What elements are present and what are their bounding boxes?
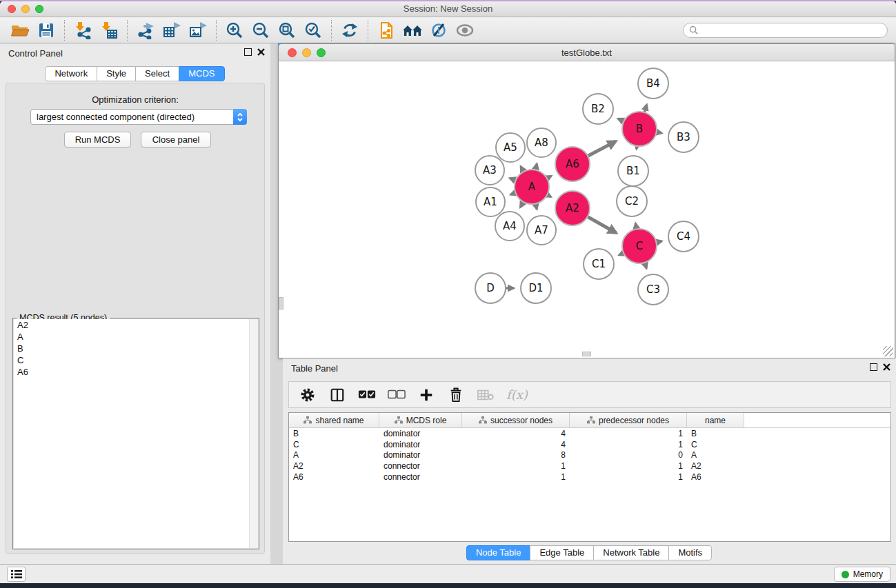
table-row[interactable]: Adominator80A [289, 450, 890, 461]
table-row[interactable]: Cdominator41C [289, 439, 890, 450]
cell-MCDS-role[interactable]: dominator [379, 440, 462, 449]
table-row[interactable]: A2connector11A2 [289, 460, 890, 472]
node-C[interactable]: C [622, 229, 657, 263]
memory-button[interactable]: Memory [834, 567, 890, 582]
zoom-selected-button[interactable] [300, 19, 326, 42]
eye-button[interactable] [452, 19, 478, 42]
zoom-in-button[interactable] [221, 19, 248, 42]
mcds-result-list[interactable]: A2ABCA6 [14, 319, 258, 548]
column-header-successor-nodes[interactable]: successor nodes [462, 413, 570, 427]
refresh-button[interactable] [337, 19, 363, 42]
tab-mcds[interactable]: MCDS [179, 66, 224, 81]
cell-shared-name[interactable]: A [289, 450, 379, 460]
node-B[interactable]: B [622, 112, 657, 146]
export-image-button[interactable] [185, 19, 211, 42]
cell-successor-nodes[interactable]: 1 [462, 472, 570, 482]
node-B4[interactable]: B4 [638, 68, 668, 99]
node-C3[interactable]: C3 [638, 274, 668, 305]
cell-successor-nodes[interactable]: 4 [462, 429, 570, 438]
cell-MCDS-role[interactable]: connector [379, 461, 462, 471]
zoom-fit-button[interactable] [274, 19, 300, 42]
close-panel-button[interactable]: Close panel [141, 132, 211, 148]
delete-row-button[interactable] [447, 386, 465, 404]
canvas-vscroll-thumb[interactable] [279, 297, 283, 310]
canvas-hscroll-thumb[interactable] [582, 352, 591, 356]
node-A8[interactable]: A8 [527, 128, 556, 157]
cell-name[interactable]: B [687, 429, 744, 438]
node-A1[interactable]: A1 [476, 187, 505, 216]
node-B2[interactable]: B2 [583, 94, 613, 124]
cell-name[interactable]: A2 [687, 461, 744, 471]
resize-grip[interactable] [883, 346, 893, 356]
node-A7[interactable]: A7 [527, 216, 556, 245]
cell-shared-name[interactable]: C [289, 440, 379, 449]
close-table-panel-icon[interactable] [883, 363, 890, 371]
result-item[interactable]: B [14, 343, 258, 354]
node-C1[interactable]: C1 [584, 249, 614, 279]
open-file-button[interactable] [7, 19, 33, 42]
column-header-predecessor-nodes[interactable]: predecessor nodes [570, 413, 687, 427]
cell-predecessor-nodes[interactable]: 1 [570, 461, 687, 471]
cell-predecessor-nodes[interactable]: 1 [570, 429, 687, 438]
node-C2[interactable]: C2 [617, 186, 647, 216]
edge-A2-C[interactable] [586, 216, 616, 232]
cell-name[interactable]: A6 [687, 472, 744, 482]
table-tab-node-table[interactable]: Node Table [466, 545, 531, 560]
close-panel-icon[interactable] [257, 48, 265, 56]
table-tab-network-table[interactable]: Network Table [593, 545, 669, 560]
search-input[interactable] [701, 26, 882, 35]
node-B1[interactable]: B1 [618, 156, 648, 186]
cell-shared-name[interactable]: A6 [289, 472, 379, 482]
export-table-button[interactable] [159, 19, 185, 42]
result-item[interactable]: A [14, 331, 258, 343]
node-B3[interactable]: B3 [668, 122, 699, 152]
cell-MCDS-role[interactable]: connector [379, 472, 462, 482]
node-D1[interactable]: D1 [521, 273, 551, 303]
float-panel-icon[interactable] [244, 48, 252, 56]
cell-successor-nodes[interactable]: 8 [462, 450, 570, 460]
new-network-button[interactable] [373, 19, 399, 42]
cell-name[interactable]: C [687, 440, 744, 449]
graphics-details-button[interactable] [426, 19, 452, 42]
delete-table-button[interactable] [477, 386, 495, 404]
cell-name[interactable]: A [687, 450, 744, 460]
function-builder-button[interactable]: f(x) [506, 386, 528, 404]
home-button[interactable] [399, 19, 426, 42]
column-header-shared-name[interactable]: shared name [289, 413, 379, 427]
cell-successor-nodes[interactable]: 1 [462, 461, 570, 471]
cell-predecessor-nodes[interactable]: 0 [570, 450, 687, 460]
node-D[interactable]: D [475, 273, 506, 303]
import-network-button[interactable] [70, 19, 96, 42]
table-settings-button[interactable] [299, 386, 317, 404]
tab-style[interactable]: Style [97, 66, 136, 81]
node-A5[interactable]: A5 [496, 133, 525, 162]
node-table[interactable]: shared nameMCDS rolesuccessor nodesprede… [288, 412, 891, 542]
result-item[interactable]: C [14, 354, 258, 366]
cell-MCDS-role[interactable]: dominator [379, 429, 462, 438]
float-table-panel-icon[interactable] [870, 363, 877, 371]
run-mcds-button[interactable]: Run MCDS [64, 132, 131, 148]
column-header-name[interactable]: name [687, 413, 744, 427]
cell-shared-name[interactable]: A2 [289, 461, 379, 471]
cell-MCDS-role[interactable]: dominator [379, 450, 462, 460]
column-header-MCDS-role[interactable]: MCDS role [379, 413, 462, 427]
deselect-all-button[interactable] [388, 386, 406, 404]
node-A6[interactable]: A6 [555, 147, 590, 181]
cell-predecessor-nodes[interactable]: 1 [570, 472, 687, 482]
tab-select[interactable]: Select [135, 66, 179, 81]
result-item[interactable]: A2 [14, 319, 258, 331]
node-C4[interactable]: C4 [668, 221, 699, 252]
tab-network[interactable]: Network [45, 66, 97, 81]
show-column-button[interactable] [328, 386, 346, 404]
table-row[interactable]: A6connector11A6 [289, 472, 890, 483]
node-A2[interactable]: A2 [555, 191, 590, 225]
table-row[interactable]: Bdominator41B [289, 428, 890, 439]
node-A[interactable]: A [515, 170, 549, 204]
export-network-button[interactable] [132, 19, 159, 42]
cell-predecessor-nodes[interactable]: 1 [570, 440, 687, 449]
node-A4[interactable]: A4 [495, 212, 524, 241]
select-all-button[interactable] [358, 386, 376, 404]
table-tab-motifs[interactable]: Motifs [668, 545, 712, 560]
table-tab-edge-table[interactable]: Edge Table [530, 545, 594, 560]
cell-successor-nodes[interactable]: 4 [462, 440, 570, 449]
